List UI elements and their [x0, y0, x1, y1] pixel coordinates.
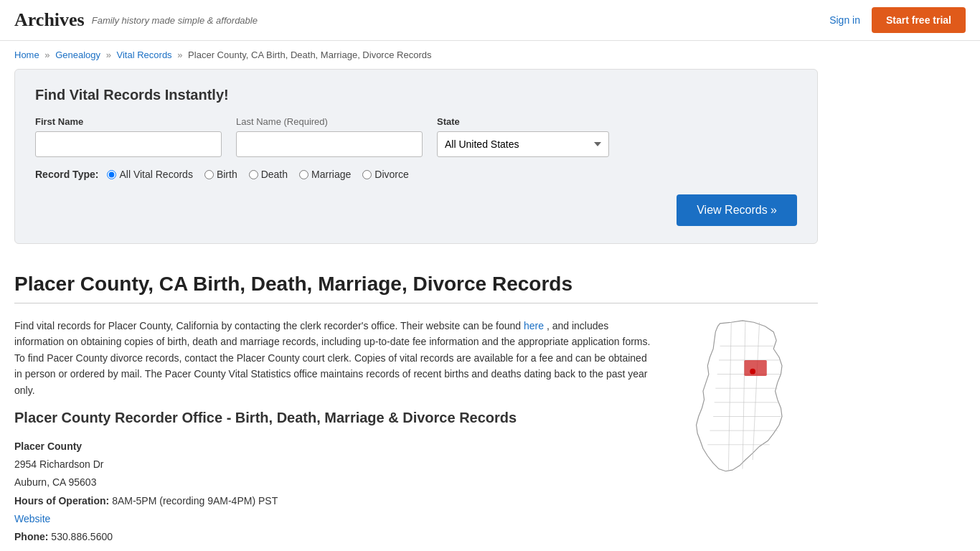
record-type-all[interactable]: All Vital Records [107, 169, 192, 180]
main-content: Find Vital Records Instantly! First Name… [0, 69, 832, 551]
record-type-row: Record Type: All Vital Records Birth Dea… [35, 169, 797, 180]
breadcrumb-sep-1: » [44, 50, 50, 60]
office-address1: 2954 Richardson Dr [14, 456, 653, 474]
first-name-label: First Name [35, 116, 222, 127]
header-left: Archives Family history made simple & af… [14, 9, 258, 31]
office-info: Placer County 2954 Richardson Dr Auburn,… [14, 438, 653, 546]
first-name-group: First Name [35, 116, 222, 157]
search-box: Find Vital Records Instantly! First Name… [14, 69, 818, 244]
map-container [674, 318, 818, 546]
section-title: Placer County Recorder Office - Birth, D… [14, 410, 653, 426]
svg-line-10 [743, 321, 745, 469]
svg-rect-12 [744, 360, 766, 376]
record-type-death[interactable]: Death [249, 169, 288, 180]
header-right: Sign in Start free trial [829, 7, 966, 33]
radio-birth[interactable] [204, 170, 214, 179]
record-type-birth[interactable]: Birth [204, 169, 237, 180]
california-map [674, 318, 811, 476]
record-type-divorce[interactable]: Divorce [362, 169, 408, 180]
last-name-input[interactable] [236, 131, 423, 157]
sign-in-link[interactable]: Sign in [829, 14, 860, 26]
office-name: Placer County [14, 438, 653, 456]
start-trial-button[interactable]: Start free trial [872, 7, 966, 33]
state-select[interactable]: All United States Alabama Alaska Arizona… [437, 131, 609, 157]
logo: Archives [14, 9, 85, 31]
breadcrumb-current: Placer County, CA Birth, Death, Marriage… [188, 50, 431, 60]
svg-point-13 [750, 369, 755, 375]
breadcrumb-genealogy[interactable]: Genealogy [55, 50, 100, 60]
view-records-button[interactable]: View Records » [677, 194, 797, 226]
breadcrumb-sep-2: » [106, 50, 111, 60]
description-text-1: Find vital records for Placer County, Ca… [14, 320, 521, 331]
record-type-label: Record Type: [35, 169, 98, 180]
radio-all[interactable] [107, 170, 116, 179]
svg-line-9 [728, 322, 731, 471]
description-paragraph: Find vital records for Placer County, Ca… [14, 318, 653, 398]
office-hours-label: Hours of Operation: [14, 495, 109, 507]
phone-number: 530.886.5600 [51, 531, 113, 542]
first-name-input[interactable] [35, 131, 222, 157]
state-group: State All United States Alabama Alaska A… [437, 116, 609, 157]
office-hours: Hours of Operation: 8AM-5PM (recording 9… [14, 492, 653, 510]
search-fields: First Name Last Name (Required) State Al… [35, 116, 797, 157]
btn-row: View Records » [35, 192, 797, 226]
header: Archives Family history made simple & af… [0, 0, 980, 41]
state-label: State [437, 116, 609, 127]
content-text: Find vital records for Placer County, Ca… [14, 318, 653, 546]
office-website: Website [14, 510, 653, 528]
office-hours-text: 8AM-5PM (recording 9AM-4PM) PST [112, 495, 278, 507]
phone-label: Phone: [14, 531, 48, 542]
last-name-group: Last Name (Required) [236, 116, 423, 157]
logo-tagline: Family history made simple & affordable [92, 15, 258, 26]
content-row: Find vital records for Placer County, Ca… [14, 318, 818, 546]
breadcrumb-home[interactable]: Home [14, 50, 39, 60]
here-link[interactable]: here [524, 320, 544, 331]
breadcrumb-sep-3: » [177, 50, 182, 60]
breadcrumb: Home » Genealogy » Vital Records » Place… [0, 41, 980, 69]
office-address2: Auburn, CA 95603 [14, 474, 653, 491]
svg-line-11 [753, 322, 759, 460]
page-title: Placer County, CA Birth, Death, Marriage… [14, 265, 818, 296]
website-link[interactable]: Website [14, 513, 50, 524]
office-phone: Phone: 530.886.5600 [14, 528, 653, 546]
radio-death[interactable] [249, 170, 258, 179]
radio-divorce[interactable] [362, 170, 372, 179]
record-type-marriage[interactable]: Marriage [299, 169, 351, 180]
content-divider [14, 303, 818, 303]
breadcrumb-vital-records[interactable]: Vital Records [117, 50, 172, 60]
search-title: Find Vital Records Instantly! [35, 87, 797, 103]
svg-marker-0 [697, 321, 782, 471]
radio-marriage[interactable] [299, 170, 308, 179]
last-name-label: Last Name (Required) [236, 116, 423, 127]
